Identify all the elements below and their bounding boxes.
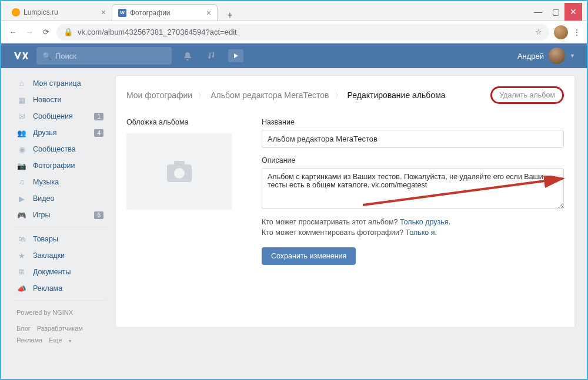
sidebar-item-label: Видео bbox=[33, 194, 55, 203]
video-icon: ▶ bbox=[16, 193, 27, 204]
album-desc-input[interactable] bbox=[262, 168, 564, 209]
search-wrap: 🔍 bbox=[36, 47, 172, 65]
sidebar-item-communities[interactable]: ◉Сообщества bbox=[13, 141, 107, 157]
sidebar-item-music[interactable]: ♫Музыка bbox=[13, 174, 107, 190]
new-tab-button[interactable]: + bbox=[222, 10, 238, 21]
chevron-right-icon: 〉 bbox=[198, 91, 205, 100]
chevron-down-icon: ▼ bbox=[570, 53, 575, 59]
news-icon: ▦ bbox=[16, 95, 27, 105]
back-button[interactable]: ← bbox=[7, 26, 19, 38]
crumb-album[interactable]: Альбом редактора МегаТестов bbox=[211, 90, 329, 100]
tab-label: Lumpics.ru bbox=[24, 8, 58, 16]
address-bar: ← → ⟳ 🔒 vk.com/album432567381_270364594?… bbox=[1, 21, 587, 43]
games-icon: 🎮 bbox=[16, 210, 27, 220]
sidebar-item-photos[interactable]: 📷Фотографии bbox=[13, 157, 107, 174]
crumb-photos[interactable]: Мои фотографии bbox=[126, 90, 192, 100]
sidebar-item-label: Фотографии bbox=[33, 162, 75, 170]
menu-button[interactable]: ⋮ bbox=[573, 28, 581, 37]
camera-icon bbox=[166, 160, 193, 183]
sidebar-item-label: Закладки bbox=[33, 251, 65, 260]
powered-text: Powered by NGINX bbox=[13, 309, 107, 316]
sidebar-item-label: Моя страница bbox=[33, 79, 81, 88]
perm-comment-link[interactable]: Только я. bbox=[406, 228, 437, 237]
browser-window: Lumpics.ru × W Фотографии × + — ▢ ✕ ← → … bbox=[1, 1, 587, 379]
badge: 6 bbox=[94, 211, 103, 219]
search-input[interactable] bbox=[55, 52, 166, 60]
market-icon: 🛍 bbox=[16, 234, 27, 244]
tab-lumpics[interactable]: Lumpics.ru × bbox=[6, 4, 112, 21]
doc-icon: 🗎 bbox=[16, 267, 27, 277]
delete-album-link[interactable]: Удалить альбом bbox=[490, 86, 564, 104]
crumb-edit: Редактирование альбома bbox=[348, 90, 446, 100]
separator bbox=[13, 227, 107, 227]
sidebar-item-label: Документы bbox=[33, 268, 71, 276]
url-text: vk.com/album432567381_270364594?act=edit bbox=[78, 28, 237, 36]
close-icon[interactable]: × bbox=[101, 8, 106, 17]
sidebar-item-news[interactable]: ▦Новости bbox=[13, 92, 107, 108]
minimize-button[interactable]: — bbox=[529, 3, 547, 21]
bell-icon[interactable] bbox=[179, 47, 196, 65]
footer-link[interactable]: Блог bbox=[16, 325, 31, 332]
footer-link[interactable]: Разработчикам bbox=[37, 325, 83, 332]
sidebar-item-docs[interactable]: 🗎Документы bbox=[13, 264, 107, 280]
tab-label: Фотографии bbox=[130, 9, 171, 17]
sidebar-item-games[interactable]: 🎮Игры6 bbox=[13, 207, 107, 223]
message-icon: ✉ bbox=[16, 111, 27, 122]
footer-link[interactable]: Реклама bbox=[16, 337, 42, 344]
username: Андрей bbox=[517, 52, 544, 60]
music-icon[interactable] bbox=[203, 47, 221, 65]
search-icon: 🔍 bbox=[42, 52, 52, 60]
sidebar-item-label: Сообщения bbox=[33, 112, 73, 120]
name-label: Название bbox=[262, 118, 564, 126]
vk-favicon: W bbox=[118, 9, 126, 17]
close-icon[interactable]: × bbox=[206, 8, 211, 18]
album-name-input[interactable] bbox=[262, 130, 564, 148]
chevron-right-icon: 〉 bbox=[335, 91, 342, 100]
star-icon[interactable]: ☆ bbox=[535, 28, 542, 36]
avatar bbox=[549, 48, 565, 64]
close-button[interactable]: ✕ bbox=[564, 3, 582, 21]
vk-logo[interactable] bbox=[13, 48, 29, 64]
sidebar-item-label: Реклама bbox=[33, 284, 62, 292]
save-button[interactable]: Сохранить изменения bbox=[262, 247, 356, 265]
perm-view-link[interactable]: Только друзья. bbox=[400, 218, 450, 226]
lock-icon: 🔒 bbox=[64, 28, 73, 36]
forward-button[interactable]: → bbox=[24, 26, 35, 38]
tab-strip: Lumpics.ru × W Фотографии × + — ▢ ✕ bbox=[1, 1, 587, 21]
url-input[interactable]: 🔒 vk.com/album432567381_270364594?act=ed… bbox=[56, 24, 549, 41]
badge: 4 bbox=[94, 129, 103, 137]
sidebar-item-messages[interactable]: ✉Сообщения1 bbox=[13, 108, 107, 125]
maximize-button[interactable]: ▢ bbox=[547, 3, 564, 21]
album-cover-placeholder[interactable] bbox=[126, 133, 232, 210]
svg-point-3 bbox=[174, 168, 185, 179]
reload-button[interactable]: ⟳ bbox=[40, 26, 52, 38]
sidebar-item-friends[interactable]: 👥Друзья4 bbox=[13, 125, 107, 141]
sidebar-item-label: Товары bbox=[33, 235, 58, 243]
sidebar-item-bookmarks[interactable]: ★Закладки bbox=[13, 247, 107, 264]
sidebar-item-label: Игры bbox=[33, 211, 50, 219]
play-icon[interactable] bbox=[228, 49, 243, 62]
home-icon: ⌂ bbox=[16, 78, 27, 89]
perm-comment: Кто может комментировать фотографии? Тол… bbox=[262, 228, 564, 237]
sidebar-item-market[interactable]: 🛍Товары bbox=[13, 231, 107, 247]
separator bbox=[13, 300, 107, 301]
sidebar-item-label: Музыка bbox=[33, 178, 59, 186]
main-panel: Мои фотографии 〉 Альбом редактора МегаТе… bbox=[115, 75, 575, 328]
sidebar-item-ads[interactable]: 📣Реклама bbox=[13, 280, 107, 297]
sidebar-item-mypage[interactable]: ⌂Моя страница bbox=[13, 75, 107, 92]
sidebar-item-video[interactable]: ▶Видео bbox=[13, 190, 107, 207]
footer-links: Блог Разработчикам Реклама Ещё ▾ bbox=[13, 323, 107, 347]
profile-avatar[interactable] bbox=[554, 25, 568, 39]
lumpics-favicon bbox=[12, 8, 20, 16]
badge: 1 bbox=[94, 113, 103, 120]
header-user[interactable]: Андрей ▼ bbox=[517, 48, 575, 64]
tab-vk[interactable]: W Фотографии × bbox=[112, 4, 218, 21]
desc-label: Описание bbox=[262, 156, 564, 164]
page-content: 🔍 Андрей ▼ ⌂Моя страница ▦Новости bbox=[1, 43, 587, 379]
sidebar-item-label: Сообщества bbox=[33, 145, 76, 153]
sidebar-item-label: Новости bbox=[33, 96, 61, 104]
sidebar-item-label: Друзья bbox=[33, 129, 57, 137]
ad-icon: 📣 bbox=[16, 283, 27, 294]
friends-icon: 👥 bbox=[16, 127, 27, 138]
footer-link[interactable]: Ещё bbox=[49, 337, 62, 344]
